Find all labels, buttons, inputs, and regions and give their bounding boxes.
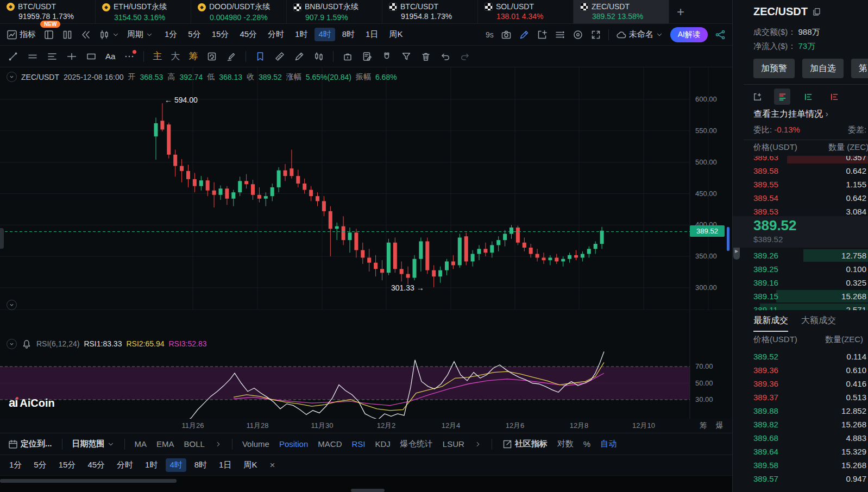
ask-row[interactable]: 389.540.642 <box>733 191 868 205</box>
indicator-爆仓统计[interactable]: 爆仓统计 <box>400 439 433 449</box>
timeframe-5分[interactable]: 5分 <box>30 458 50 472</box>
rectangle-tool-icon[interactable] <box>86 51 97 62</box>
depth-bids-view-button[interactable] <box>800 89 816 105</box>
chip-distribution-toggle[interactable]: 筹 <box>188 50 198 62</box>
text-tool[interactable]: Aa <box>105 52 115 61</box>
continuous-draw-icon[interactable] <box>226 51 237 62</box>
fullscreen-icon[interactable] <box>590 29 601 40</box>
overlay-MA[interactable]: MA <box>135 439 147 449</box>
timeframe-15分[interactable]: 15分 <box>55 458 80 472</box>
timeframe-1分[interactable]: 1分 <box>161 28 181 41</box>
trendline-tool-icon[interactable] <box>8 51 18 62</box>
workspace-dropdown[interactable]: 未命名 <box>616 29 663 40</box>
bookmark-icon[interactable] <box>255 51 266 62</box>
community-indicators-button[interactable]: 社区指标 <box>502 439 548 450</box>
horizontal-scrollbar-thumb[interactable] <box>351 489 385 492</box>
panel-button-第[interactable]: 第 <box>851 59 868 78</box>
indicator-MACD[interactable]: MACD <box>318 439 342 449</box>
bid-row[interactable]: 389.684.883 <box>733 431 868 445</box>
parallel-lines-tool-icon[interactable] <box>27 51 38 62</box>
indicator-RSI[interactable]: RSI <box>351 439 365 449</box>
ask-row[interactable]: 389.630.357 <box>733 156 868 164</box>
screenshot-icon[interactable] <box>501 29 512 40</box>
undo-icon[interactable] <box>440 51 451 62</box>
ask-row[interactable]: 389.370.513 <box>733 390 868 404</box>
panel-button-加自选[interactable]: 加自选 <box>802 59 844 78</box>
log-scale-toggle[interactable]: 对数 <box>557 439 574 449</box>
brush-tool-icon[interactable] <box>294 51 305 62</box>
depth-both-view-button[interactable] <box>774 89 790 105</box>
add-panel-icon[interactable] <box>537 29 548 40</box>
pattern-tool-icon[interactable] <box>313 51 324 62</box>
timeframe-1日[interactable]: 1日 <box>362 28 382 41</box>
delete-drawings-icon[interactable] <box>420 51 431 62</box>
measure-tool-icon[interactable] <box>274 51 285 62</box>
large-view-toggle[interactable]: 大 <box>171 50 180 62</box>
ticker-tab-DOOD/USDT永续[interactable]: DOOD/USDT永续0.004980 -2.28% <box>191 0 287 23</box>
timeframe-1时[interactable]: 1时 <box>291 28 311 41</box>
indicator-Volume[interactable]: Volume <box>242 439 269 449</box>
overlay-EMA[interactable]: EMA <box>156 439 174 449</box>
depth-asks-view-button[interactable] <box>826 89 842 105</box>
auto-scale-toggle[interactable]: 自动 <box>600 439 617 449</box>
panel-scrollbar[interactable] <box>727 227 729 251</box>
period-dropdown[interactable]: 周期 <box>127 29 153 40</box>
tab-large-trades[interactable]: 大额成交 <box>801 315 836 332</box>
bid-row[interactable]: 389.1515.268 <box>733 289 868 303</box>
collapse-rsi-icon[interactable] <box>7 339 17 349</box>
timeframe-15分[interactable]: 15分 <box>208 28 233 41</box>
more-tools-icon[interactable] <box>124 51 135 62</box>
indicator-LSUR[interactable]: LSUR <box>443 439 464 449</box>
refresh-drawings-icon[interactable] <box>206 51 217 62</box>
more-overlays-icon[interactable] <box>215 440 222 448</box>
indicator-Position[interactable]: Position <box>279 439 308 449</box>
candlestick-chart[interactable] <box>0 67 732 310</box>
bid-row[interactable]: 389.250.100 <box>733 262 868 276</box>
horizontal-scrollbar[interactable] <box>0 479 177 483</box>
ask-row[interactable]: 389.551.155 <box>733 178 868 191</box>
cross-ray-tool-icon[interactable] <box>66 51 77 62</box>
layout-panel-icon[interactable] <box>43 29 54 40</box>
ticker-tab-ETH/USDT永续[interactable]: ETH/USDT永续3154.50 3.16% <box>96 0 191 23</box>
tab-latest-trades[interactable]: 最新成交 <box>753 315 788 332</box>
percent-scale-toggle[interactable]: % <box>583 439 590 449</box>
timeframe-4时[interactable]: 4时 <box>315 28 335 41</box>
collapse-pane-icon[interactable] <box>7 72 17 82</box>
bid-row[interactable]: 389.520.114 <box>733 350 868 363</box>
main-orders-link[interactable]: 查看主力挂单情况 › <box>753 109 828 120</box>
timeframe-45分[interactable]: 45分 <box>236 28 261 41</box>
panel-button-加预警[interactable]: 加预警 <box>753 59 795 78</box>
timeframe-4时[interactable]: 4时 <box>166 458 186 472</box>
bid-row[interactable]: 389.8812.852 <box>733 404 868 418</box>
bid-row[interactable]: 389.6415.329 <box>733 445 868 458</box>
object-list-icon[interactable] <box>555 29 565 40</box>
timeframe-周K[interactable]: 周K <box>240 458 261 472</box>
timeframe-5分[interactable]: 5分 <box>184 28 204 41</box>
magnet-mode-icon[interactable] <box>381 51 392 62</box>
depth-add-view-button[interactable] <box>749 89 765 105</box>
ticker-tab-BNB/USDT永续[interactable]: BNB/USDT永续907.9 1.59% <box>287 0 382 23</box>
ticker-tab-BTC/USDT[interactable]: BTC/USDT91959.78 1.73% <box>0 0 96 23</box>
ticker-tab-BTC/USDT[interactable]: BTC/USDT91954.8 1.73% <box>382 0 478 23</box>
timeframe-分时[interactable]: 分时 <box>264 28 288 41</box>
ai-analysis-button[interactable]: AI解读 <box>670 27 708 42</box>
replay-icon[interactable] <box>80 29 91 40</box>
filter-drawings-icon[interactable] <box>401 51 412 62</box>
redo-icon[interactable] <box>460 51 470 62</box>
notes-icon[interactable] <box>362 51 373 62</box>
timeframe-8时[interactable]: 8时 <box>338 28 358 41</box>
axis-toggle-筹[interactable]: 筹 <box>700 421 707 431</box>
timeframe-分时[interactable]: 分时 <box>113 458 137 472</box>
ticker-tab-SOL/USDT[interactable]: SOL/USDT138.01 4.34% <box>478 0 574 23</box>
bid-row[interactable]: 389.5815.268 <box>733 458 868 472</box>
add-tab-button[interactable]: + <box>677 4 684 20</box>
candle-style-dropdown[interactable] <box>99 29 119 40</box>
bid-row[interactable]: 389.8215.268 <box>733 418 868 431</box>
ticker-tab-ZEC/USDT[interactable]: ZEC/USDT389.52 13.58% <box>574 0 669 23</box>
settings-icon[interactable] <box>573 29 583 40</box>
share-icon[interactable] <box>715 29 726 40</box>
locate-button[interactable]: 定位到... <box>8 439 52 450</box>
bid-row[interactable]: 389.2612.758 <box>733 249 868 262</box>
alert-bell-icon[interactable] <box>21 338 32 349</box>
multi-chart-icon[interactable] <box>62 29 73 40</box>
